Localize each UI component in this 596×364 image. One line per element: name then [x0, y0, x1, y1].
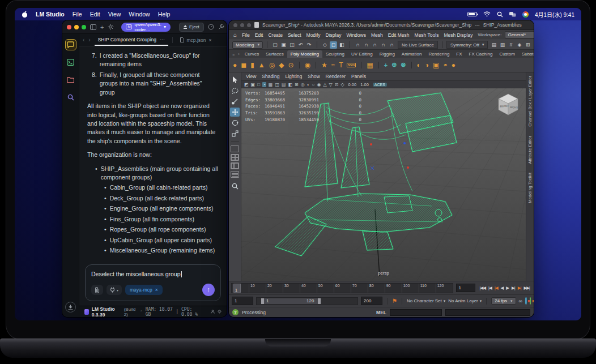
apple-logo-icon[interactable] — [22, 11, 28, 18]
shelf-tab[interactable]: FX Caching — [466, 50, 496, 58]
menubar-clock[interactable]: 4月1日(水) 9:41 — [535, 10, 574, 19]
input-source-icon[interactable] — [509, 11, 516, 17]
mcp-plugins-button[interactable]: ▾ — [107, 285, 122, 295]
timeline-tick[interactable]: 40 — [300, 284, 317, 293]
tab-ship-component-grouping[interactable]: SHIP Component Grouping ⋯ — [95, 34, 168, 46]
tab-more-icon[interactable]: ⋯ — [160, 37, 165, 42]
close-window-button[interactable] — [67, 25, 71, 29]
align-tool-icon[interactable]: + — [384, 62, 388, 68]
anim-start-field[interactable]: 1 — [232, 297, 253, 305]
snap-icon[interactable]: ∩ — [354, 41, 361, 49]
render-toolbar-icon[interactable]: ▤ — [490, 41, 497, 49]
settings-gear-icon[interactable] — [108, 24, 114, 30]
battery-icon[interactable] — [467, 12, 477, 16]
boolean-tool-icon[interactable]: ● — [452, 61, 455, 69]
chat-input-text[interactable]: Deselect the miscellaneous group — [91, 271, 215, 277]
current-frame-field[interactable]: 1 — [456, 284, 475, 292]
viewport-toolbar-icon[interactable]: ◐ — [307, 82, 310, 87]
viewport-toolbar-icon[interactable]: ◫ — [275, 82, 279, 87]
render-toolbar-icon[interactable]: ◈ — [516, 41, 523, 49]
user-icon[interactable] — [211, 309, 215, 314]
chat-input-box[interactable]: Deselect the miscellaneous group ▾ maya-… — [85, 264, 221, 301]
auto-key-button[interactable] — [525, 297, 526, 305]
maya-menu-item[interactable]: Mesh Tools — [415, 32, 439, 38]
menu-window[interactable]: Window — [129, 11, 150, 18]
system-monitor-icon[interactable] — [208, 24, 214, 30]
maya-menu-item[interactable]: File — [242, 32, 250, 38]
maya-menu-item[interactable]: Select — [288, 32, 301, 38]
select-tool[interactable] — [230, 75, 240, 84]
scene-file-icon[interactable]: ↷ — [305, 41, 313, 49]
nav-back-icon[interactable]: ‹ — [83, 37, 84, 43]
loop-icon[interactable]: ∞ — [519, 298, 522, 304]
layout-two-pane-button[interactable] — [231, 162, 239, 169]
create-tool-icon[interactable]: T — [339, 61, 343, 69]
panel-menu-item[interactable]: Lighting — [285, 74, 302, 79]
help-icon[interactable]: ? — [232, 309, 239, 315]
maya-menu-item[interactable]: Modify — [306, 32, 321, 38]
viewport-toolbar-icon[interactable]: ▤ — [282, 82, 286, 87]
right-sidebar-tab[interactable]: Channel Box / Layer Editor — [527, 76, 533, 127]
maya-menu-item[interactable]: Mesh — [371, 32, 383, 38]
active-app-name[interactable]: LM Studio — [36, 11, 65, 18]
timeline-tick[interactable]: 100 — [402, 284, 419, 293]
snap-icon[interactable]: ∩ — [371, 41, 378, 49]
zoom-window-button[interactable] — [82, 25, 86, 29]
render-toolbar-icon[interactable]: ▥ — [499, 41, 506, 49]
selection-mode-icon[interactable]: ◇ — [321, 41, 329, 49]
spotlight-search-icon[interactable] — [497, 11, 503, 18]
viewport-toolbar-icon[interactable]: ◉ — [317, 82, 321, 87]
current-frame-marker[interactable]: 1 — [233, 284, 241, 293]
viewport-toolbar-icon[interactable]: ◧ — [288, 82, 293, 87]
mel-label[interactable]: MEL — [376, 310, 386, 315]
create-tool-icon[interactable]: ★ — [321, 61, 327, 69]
shelf-tab[interactable]: Surfaces — [262, 50, 287, 58]
poly-primitive-icon[interactable]: ● — [233, 61, 237, 69]
layout-four-pane-button[interactable] — [231, 154, 239, 161]
eject-model-button[interactable]: Eject — [179, 23, 204, 32]
menu-help[interactable]: Help — [158, 11, 171, 18]
fps-select[interactable]: 24 fps — [491, 297, 516, 305]
poly-primitive-icon[interactable]: ◎ — [269, 61, 275, 69]
shelf-tab[interactable]: Substance — [518, 50, 534, 58]
gamma-value[interactable]: 1.00 — [360, 82, 369, 87]
app-version[interactable]: LM Studio 0.3.39 — [92, 306, 121, 318]
remove-mcp-icon[interactable]: × — [155, 287, 158, 293]
timeline-tick[interactable]: 30 — [283, 284, 300, 293]
developer-wrench-icon[interactable] — [218, 24, 224, 30]
model-select-pill[interactable]: M qwen/qwen3-coder… ▾ — [121, 23, 171, 32]
mcp-server-pill[interactable]: maya-mcp × — [125, 285, 163, 295]
shelf-gear-icon[interactable]: * — [238, 53, 240, 57]
playback-button[interactable]: ▶| — [512, 285, 515, 290]
chevron-up-icon[interactable]: ⌃ — [140, 310, 143, 314]
timeline-tick[interactable]: 50 — [317, 284, 334, 293]
exposure-value[interactable]: 0.00 — [348, 82, 357, 87]
viewport-toolbar-icon[interactable]: ▣ — [251, 82, 256, 87]
sidebar-item-chat[interactable] — [65, 39, 76, 50]
viewport-toolbar-icon[interactable]: ◎ — [301, 82, 305, 87]
menu-file[interactable]: File — [73, 11, 82, 18]
timeline-tick[interactable]: 90 — [385, 284, 402, 293]
shelf-tab[interactable]: Rendering — [425, 50, 453, 58]
send-message-button[interactable]: ↑ — [202, 284, 215, 296]
mel-result-field[interactable] — [445, 309, 530, 316]
nav-forward-icon[interactable]: › — [88, 37, 90, 43]
svg-tool-icon[interactable]: SVG — [347, 63, 356, 67]
shelf-menu-icon[interactable]: ≡ — [232, 53, 235, 57]
boolean-tool-icon[interactable]: ▣ — [433, 61, 439, 69]
timeline-tick[interactable]: 120 — [436, 284, 453, 293]
character-set-select[interactable]: No Character Set — [407, 298, 445, 303]
right-sidebar-tab[interactable]: Attribute Editor — [527, 136, 533, 164]
maya-menu-item[interactable]: Edit — [255, 32, 263, 38]
minimize-window-button[interactable] — [240, 23, 244, 27]
timeline-tick[interactable]: 10 — [249, 284, 266, 293]
viewport-canvas[interactable]: Verts:16854495163752030 Edges:3380366832… — [241, 88, 526, 281]
selection-mode-icon[interactable]: ◻ — [330, 41, 337, 49]
panel-menu-item[interactable]: Panels — [351, 74, 366, 79]
maya-menu-item[interactable]: Display — [326, 32, 342, 38]
tab-mcp-json[interactable]: mcp.json × — [177, 34, 215, 46]
sidebar-item-my-models[interactable] — [65, 74, 76, 85]
range-start-handle[interactable] — [261, 298, 264, 304]
attach-file-button[interactable] — [91, 285, 103, 295]
new-chat-button[interactable]: + — [100, 24, 104, 31]
